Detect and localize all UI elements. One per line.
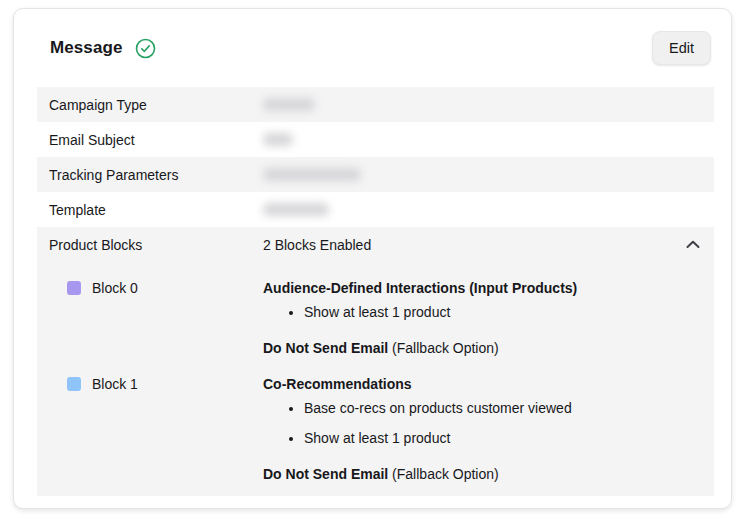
- field-label: Tracking Parameters: [49, 167, 263, 183]
- edit-button[interactable]: Edit: [652, 31, 711, 65]
- redacted-value: [263, 203, 329, 216]
- card-header: Message Edit: [14, 9, 731, 87]
- fallback-note: (Fallback Option): [388, 466, 498, 482]
- block-name: Block 1: [92, 374, 138, 394]
- chevron-up-icon[interactable]: [684, 238, 702, 251]
- block-identity: Block 1: [67, 374, 263, 394]
- product-blocks-header[interactable]: Product Blocks 2 Blocks Enabled: [37, 227, 714, 262]
- field-label: Email Subject: [49, 132, 263, 148]
- block-name: Block 0: [92, 278, 138, 298]
- fallback-action: Do Not Send Email: [263, 466, 388, 482]
- redacted-value: [263, 98, 315, 111]
- block-color-swatch: [67, 377, 81, 391]
- product-blocks-summary: 2 Blocks Enabled: [263, 237, 684, 253]
- message-summary-card: Message Edit Campaign Type Email Subject…: [13, 8, 732, 509]
- field-row-tracking-parameters: Tracking Parameters: [37, 157, 714, 192]
- field-row-email-subject: Email Subject: [37, 122, 714, 157]
- block-rule-item: Base co-recs on products customer viewed: [304, 398, 702, 418]
- block-rule-item: Show at least 1 product: [304, 302, 702, 322]
- summary-rows: Campaign Type Email Subject Tracking Par…: [37, 87, 714, 496]
- field-row-template: Template: [37, 192, 714, 227]
- page-title: Message: [50, 38, 123, 58]
- block-fallback: Do Not Send Email (Fallback Option): [263, 338, 702, 358]
- block-row-0: Block 0 Audience-Defined Interactions (I…: [37, 278, 714, 358]
- block-details: Co-Recommendations Base co-recs on produ…: [263, 374, 702, 484]
- block-fallback: Do Not Send Email (Fallback Option): [263, 464, 702, 484]
- fallback-note: (Fallback Option): [388, 340, 498, 356]
- block-identity: Block 0: [67, 278, 263, 298]
- fallback-action: Do Not Send Email: [263, 340, 388, 356]
- block-color-swatch: [67, 281, 81, 295]
- redacted-value: [263, 168, 361, 181]
- block-rule-list: Base co-recs on products customer viewed…: [263, 398, 702, 448]
- block-row-1: Block 1 Co-Recommendations Base co-recs …: [37, 374, 714, 484]
- check-circle-icon: [135, 38, 156, 59]
- field-label: Product Blocks: [49, 237, 263, 253]
- block-rule-title: Audience-Defined Interactions (Input Pro…: [263, 278, 702, 298]
- field-row-campaign-type: Campaign Type: [37, 87, 714, 122]
- field-label: Template: [49, 202, 263, 218]
- block-rule-title: Co-Recommendations: [263, 374, 702, 394]
- product-blocks-section: Product Blocks 2 Blocks Enabled Block 0 …: [37, 227, 714, 496]
- redacted-value: [263, 133, 293, 146]
- block-details: Audience-Defined Interactions (Input Pro…: [263, 278, 702, 358]
- block-rule-list: Show at least 1 product: [263, 302, 702, 322]
- field-label: Campaign Type: [49, 97, 263, 113]
- block-rule-item: Show at least 1 product: [304, 428, 702, 448]
